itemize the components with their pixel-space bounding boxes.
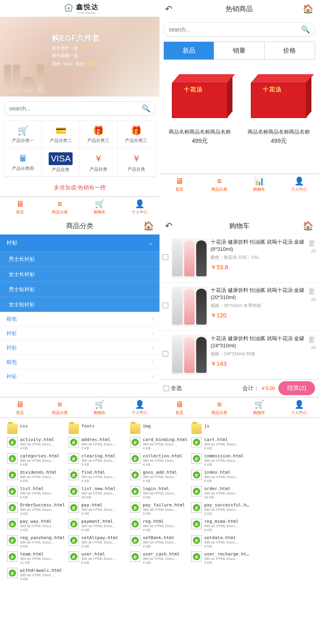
tab-category[interactable]: ≡商品分类 <box>40 197 80 217</box>
back-icon[interactable]: ↶ <box>165 221 172 231</box>
home-icon[interactable]: 🏠 <box>303 4 313 14</box>
file-item[interactable]: commission.html360 se HTML Docu…4 KB <box>191 453 251 467</box>
search-icon[interactable]: 🔍 <box>142 104 150 113</box>
category-sub[interactable]: 男士长衬衫 <box>0 251 160 266</box>
tab-home[interactable]: 🖥首页 <box>0 197 40 217</box>
category-item[interactable]: 🎁产品分类三 <box>118 121 156 149</box>
tab-category[interactable]: ≡商品分类 <box>199 398 239 418</box>
category-item[interactable]: VISA产品分类 <box>42 149 80 177</box>
file-item[interactable]: activity.html360 se HTML Docu…4 KB <box>7 437 67 450</box>
banner-image[interactable]: 购EGF六件套 送水光针一盒 蜗牛面膜一盒 原价: ¥640 现价: ¥328 <box>0 17 160 97</box>
product-card[interactable]: 十花汤商品名称商品名称商品名称499元 <box>162 66 238 145</box>
category-link[interactable]: 衬衫‹ <box>0 369 160 384</box>
sort-tab[interactable]: 价格 <box>265 42 315 59</box>
item-image[interactable] <box>171 287 207 327</box>
file-item[interactable]: goos_add.html360 se HTML Docu…4 KB <box>130 470 190 483</box>
file-item[interactable]: addres.html360 se HTML Docu…5 KB <box>69 437 128 450</box>
file-item[interactable]: setAlipay.html360 se HTML Docu…4 KB <box>69 535 128 548</box>
folder-item[interactable]: js <box>191 423 251 434</box>
back-icon[interactable]: ↶ <box>165 4 172 14</box>
tab-home[interactable]: 🖥首页 <box>160 398 199 418</box>
file-item[interactable]: pay_way.html360 se HTML Docu…4 KB <box>7 519 67 532</box>
file-item[interactable]: find.html360 se HTML Docu…4 KB <box>69 470 128 483</box>
tab-user[interactable]: 👤个人中心 <box>279 398 319 418</box>
file-item[interactable]: pay_successful.html360 se HTML Docu…3 KB <box>191 502 251 516</box>
category-link[interactable]: 衬衫‹ <box>0 326 160 341</box>
checkout-button[interactable]: 结算(2) <box>278 381 315 395</box>
item-image[interactable] <box>171 238 207 278</box>
file-item[interactable]: payment.html360 se HTML Docu…4 KB <box>69 519 128 532</box>
tab-cart[interactable]: 📊购物车 <box>239 174 279 194</box>
file-name: css <box>20 423 67 429</box>
tab-user[interactable]: 👤个人中心 <box>120 197 160 217</box>
file-item[interactable]: withdrawals.html360 se HTML Docu…4 KB <box>7 568 67 581</box>
folder-item[interactable]: css <box>7 423 67 434</box>
search-bar[interactable]: 🔍 <box>4 101 156 116</box>
file-item[interactable]: reg_yanzheng.html360 se HTML Docu…3 KB <box>7 535 67 548</box>
category-item[interactable]: 💳产品分类二 <box>42 121 80 149</box>
file-item[interactable]: login.html360 se HTML Docu…3 KB <box>130 486 190 499</box>
item-checkbox[interactable] <box>163 254 168 260</box>
file-item[interactable]: user_recharge.html360 se HTML Docu…4 KB <box>191 551 251 565</box>
category-sub[interactable]: 女士短衬衫 <box>0 297 160 312</box>
file-item[interactable]: clearing.html360 se HTML Docu…5 KB <box>69 453 128 467</box>
file-item[interactable]: pay.html360 se HTML Docu…3 KB <box>69 502 128 516</box>
delete-icon[interactable]: 🗑 <box>308 287 316 296</box>
tab-home[interactable]: 🖥首页 <box>160 174 199 194</box>
file-item[interactable]: index.html360 se HTML Docu…5 KB <box>191 470 251 483</box>
search-icon[interactable]: 🔍 <box>301 25 310 34</box>
search-bar[interactable]: 🔍 <box>163 22 315 37</box>
file-item[interactable]: setdata.html360 se HTML Docu…4 KB <box>191 535 251 548</box>
category-sub[interactable]: 女士长衬衫 <box>0 266 160 282</box>
file-item[interactable]: order.html360 se HTML Docu…10 KB <box>191 486 251 499</box>
category-expanded[interactable]: 衬衫 ⌄ <box>0 234 160 251</box>
select-all-checkbox[interactable] <box>163 386 169 391</box>
folder-item[interactable]: fonts <box>69 423 128 434</box>
tab-user[interactable]: 👤个人中心 <box>279 174 319 194</box>
file-item[interactable]: pay_failure.html360 se HTML Docu…3 KB <box>130 502 190 516</box>
file-item[interactable]: categories.html360 se HTML Docu…4 KB <box>7 453 67 467</box>
tab-cart[interactable]: 🛒购物车 <box>80 398 120 418</box>
category-item[interactable]: ￥产品分类 <box>80 149 118 177</box>
file-item[interactable]: OrderSuccess.html360 se HTML Docu…3 KB <box>7 502 67 516</box>
delete-icon[interactable]: 🗑 <box>308 238 316 248</box>
item-checkbox[interactable] <box>163 351 168 356</box>
tab-cart[interactable]: 🛒购物车 <box>80 197 120 217</box>
category-sub[interactable]: 男士短衬衫 <box>0 282 160 297</box>
file-item[interactable]: card_binding.html360 se HTML Docu…4 KB <box>130 437 190 450</box>
file-item[interactable]: cart.html360 se HTML Docu…5 KB <box>191 437 251 450</box>
home-icon[interactable]: 🏠 <box>303 221 313 231</box>
sort-tab[interactable]: 新品 <box>164 42 214 59</box>
product-card[interactable]: 十花汤商品名称商品名称商品名称499元 <box>241 66 317 145</box>
file-item[interactable]: setBank.html360 se HTML Docu…4 KB <box>130 535 190 548</box>
file-item[interactable]: list_new.html360 se HTML Docu…10 KB <box>69 486 128 499</box>
home-icon[interactable]: 🏠 <box>143 221 154 231</box>
category-link[interactable]: 衬衫‹ <box>0 341 160 355</box>
category-item[interactable]: ￥产品分类 <box>118 149 156 177</box>
search-input[interactable] <box>9 105 142 112</box>
delete-icon[interactable]: 🗑 <box>308 335 316 344</box>
file-item[interactable]: user_cash.html360 se HTML Docu…4 KB <box>130 551 190 565</box>
folder-item[interactable]: img <box>130 423 190 434</box>
tab-cart[interactable]: 🛒购物车 <box>239 398 279 418</box>
item-image[interactable] <box>171 335 207 375</box>
file-item[interactable]: user.html360 se HTML Docu…6 KB <box>69 551 128 565</box>
category-link[interactable]: 箱包‹ <box>0 355 160 369</box>
category-item[interactable]: 🛒产品分类一 <box>4 121 42 149</box>
item-checkbox[interactable] <box>163 303 168 308</box>
file-item[interactable]: list.html360 se HTML Docu…5 KB <box>7 486 67 499</box>
category-link[interactable]: 箱包‹ <box>0 312 160 326</box>
tab-user[interactable]: 👤个人中心 <box>120 398 160 418</box>
file-item[interactable]: team.html360 se HTML Docu…11 KB <box>7 551 67 565</box>
tab-home[interactable]: 🖥首页 <box>0 398 40 418</box>
search-input[interactable] <box>169 26 301 33</box>
file-item[interactable]: collection.html360 se HTML Docu…4 KB <box>130 453 190 467</box>
category-item[interactable]: 🖩产品分类四 <box>4 149 42 177</box>
file-item[interactable]: reg.html360 se HTML Docu…4 KB <box>130 519 190 532</box>
tab-category[interactable]: ≡商品分类 <box>199 174 239 194</box>
file-item[interactable]: dividends.html360 se HTML Docu…4 KB <box>7 470 67 483</box>
sort-tab[interactable]: 销量 <box>214 42 264 59</box>
file-item[interactable]: reg_mima.html360 se HTML Docu…3 KB <box>191 519 251 532</box>
category-item[interactable]: 🎁产品分类三 <box>80 121 118 149</box>
tab-category[interactable]: ≡商品分类 <box>40 398 80 418</box>
